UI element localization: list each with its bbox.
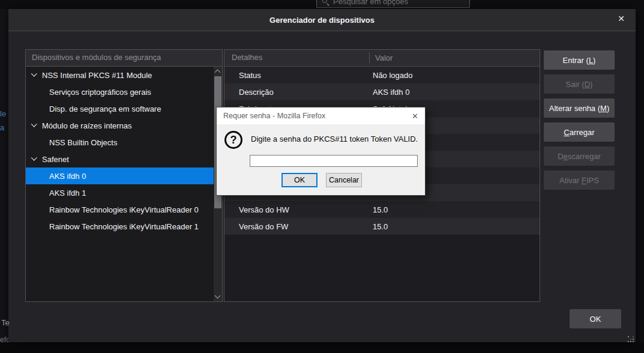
column-header-details: Detalhes [232,50,262,65]
action-buttons-column: Entrar (L)Sair (D)Alterar senha (M)Carre… [544,50,615,195]
tree-item[interactable]: AKS ifdh 1 [26,184,214,201]
chevron-down-icon[interactable] [31,155,37,161]
column-header-value: Valor [369,52,393,64]
detail-value: AKS ifdh 0 [373,88,540,97]
close-icon[interactable]: ✕ [618,14,625,23]
tree-item-label: NSS Internal PKCS #11 Module [42,71,152,80]
button-label: D [585,80,590,89]
detail-value: 15.0 [373,222,540,231]
password-prompt-dialog: Requer senha - Mozilla Firefox ✕ ? Digit… [216,107,426,196]
button-label: Entrar ( [563,56,589,65]
close-icon[interactable]: ✕ [412,112,418,121]
dialog-titlebar: Gerenciador de dispositivos ✕ [8,9,636,31]
clipped-text-fragment: Te [1,318,10,327]
password-dialog-body: ? Digite a senha do PKCS#11 token Token … [217,124,425,195]
clipped-link-fragment: le [0,109,6,118]
button-label: F [582,176,586,185]
unload-button[interactable]: Descarregar [544,146,615,166]
tree-item[interactable]: Serviços criptográficos gerais [26,83,214,100]
background-page-strip [0,9,8,342]
ok-button[interactable]: OK [281,173,317,187]
button-label: ) [593,56,595,65]
tree-item-label: Disp. de segurança em software [31,104,161,113]
button-label: D [558,152,563,161]
load-button[interactable]: Carregar [544,122,615,142]
search-icon [322,0,329,5]
tree-item-label: NSS Builtin Objects [31,138,117,147]
tree-item-label: Rainbow Technologies iKeyVirtualReader 1 [31,222,199,231]
password-dialog-title: Requer senha - Mozilla Firefox [223,112,325,120]
tree-item-label: Módulo de raízes internas [42,121,132,130]
tree-item[interactable]: AKS ifdh 0 [26,167,214,184]
cancel-button[interactable]: Cancelar [326,173,362,187]
logout-button[interactable]: Sair (D) [544,74,615,94]
security-modules-panel: Dispositivos e módulos de segurança NSS … [25,49,223,302]
table-row[interactable]: Versão do FW15.0 [224,218,540,235]
tree-item-label: AKS ifdh 0 [31,172,86,181]
tree-item[interactable]: Módulo de raízes internas [26,117,214,134]
detail-label: Status [224,71,373,80]
table-row[interactable]: StatusNão logado [224,67,540,83]
password-dialog-titlebar: Requer senha - Mozilla Firefox ✕ [217,107,425,124]
tree-body: NSS Internal PKCS #11 ModuleServiços cri… [26,67,222,301]
password-prompt-message: Digite a senha do PKCS#11 token Token VA… [251,134,418,143]
detail-value: 15.0 [373,205,540,214]
button-label: scarregar [568,152,601,161]
ok-button[interactable]: OK [570,309,621,328]
clipped-link-fragment: a [0,123,4,132]
password-input[interactable] [250,155,418,167]
enable-fips-button[interactable]: Ativar FIPS [544,170,615,190]
button-label: Sair ( [566,80,585,89]
button-label: Ativar [559,176,582,185]
detail-label: Versão do HW [224,205,373,214]
tree-item[interactable]: Safenet [26,151,214,167]
dialog-title: Gerenciador de dispositivos [269,16,375,25]
background-page-bottom [0,342,644,353]
button-label: e [564,152,568,161]
resize-grip-icon[interactable] [627,336,634,343]
tree-item-label: Rainbow Technologies iKeyVirtualReader 0 [31,205,199,214]
chevron-down-icon[interactable] [31,71,37,77]
tree-item[interactable]: Rainbow Technologies iKeyVirtualReader 0 [26,201,214,218]
tree-header: Dispositivos e módulos de segurança [26,50,222,67]
tree-item-label: Serviços criptográficos gerais [31,88,151,97]
chevron-down-icon[interactable] [31,121,37,127]
tree-item-label: Safenet [42,155,69,164]
question-mark-icon: ? [224,131,242,149]
button-label: ) [607,104,609,113]
details-table-header: Detalhes Valor [224,50,540,67]
button-label: arregar [570,128,595,137]
login-button[interactable]: Entrar (L) [544,50,615,70]
table-row[interactable]: Versão do HW15.0 [224,201,540,218]
preferences-search-input[interactable]: Pesquisar em opções [316,0,470,8]
device-tree[interactable]: NSS Internal PKCS #11 ModuleServiços cri… [26,67,214,235]
button-label: C [564,128,569,137]
change-password-button[interactable]: Alterar senha (M) [544,98,615,118]
button-label: M [600,104,607,113]
table-row[interactable]: DescriçãoAKS ifdh 0 [224,83,540,100]
tree-item[interactable]: Disp. de segurança em software [26,100,214,117]
tree-item[interactable]: NSS Internal PKCS #11 Module [26,67,214,83]
tree-item[interactable]: Rainbow Technologies iKeyVirtualReader 1 [26,218,214,235]
search-placeholder: Pesquisar em opções [333,0,408,6]
detail-label: Descrição [224,88,373,97]
button-label: IPS [586,176,599,185]
detail-value: Não logado [373,71,540,80]
detail-label: Versão do FW [224,222,373,231]
button-label: ) [590,80,592,89]
tree-item-label: AKS ifdh 1 [31,189,86,198]
scroll-up-icon[interactable] [215,70,221,76]
scroll-down-icon[interactable] [215,293,221,299]
tree-item[interactable]: NSS Builtin Objects [26,134,214,151]
button-label: Alterar senha ( [549,104,600,113]
